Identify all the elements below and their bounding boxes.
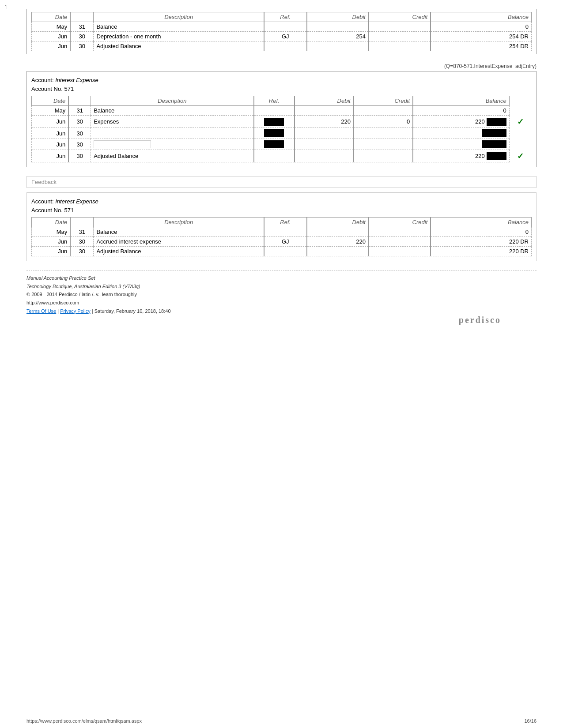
balance-black-box — [487, 118, 506, 126]
section3-table: Date Description Ref. Debit Credit Balan… — [31, 217, 532, 256]
query-reference: (Q=870-571.InterestExpense_adjEntry) — [26, 63, 537, 69]
balance: 0 — [431, 227, 531, 237]
debit — [307, 247, 369, 256]
date-day: 31 — [70, 227, 94, 237]
ref — [254, 128, 295, 139]
date-day: 30 — [70, 41, 94, 51]
check-cell — [509, 106, 531, 116]
col-header-balance: Balance — [431, 218, 531, 227]
date-month: Jun — [32, 41, 71, 51]
col-header-credit: Credit — [369, 218, 431, 227]
date-day: 30 — [70, 237, 94, 247]
col-header-date-day — [68, 96, 91, 106]
date-day: 30 — [70, 247, 94, 256]
col-header-credit: Credit — [354, 96, 413, 106]
ref — [254, 139, 295, 150]
account-name: Interest Expense — [55, 198, 98, 205]
credit — [369, 41, 431, 51]
balance-black-box — [487, 152, 506, 160]
footer-links: Terms Of Use | Privacy Policy | Saturday… — [26, 307, 537, 315]
table-row: Jun 30 Depreciation - one month GJ 254 2… — [32, 32, 532, 41]
col-header-ref: Ref. — [254, 96, 295, 106]
description: Accrued interest expense — [94, 237, 264, 247]
terms-of-use-link[interactable]: Terms Of Use — [26, 308, 56, 314]
col-header-credit: Credit — [369, 12, 431, 22]
debit — [295, 128, 354, 139]
footer-line2: Technology Boutique, Australasian Editio… — [26, 282, 537, 291]
table-row: May 31 Balance 0 — [32, 22, 532, 32]
table-row: Jun 30 Expenses 220 0 220 — [32, 116, 532, 128]
col-header-date-day — [70, 12, 94, 22]
table-row: Jun 30 Accrued interest expense GJ 220 2… — [32, 237, 532, 247]
date-month: Jun — [32, 32, 71, 41]
date-day: 30 — [68, 150, 91, 162]
balance: 0 — [413, 106, 509, 116]
section3-account-header: Account: Interest Expense Account No. 57… — [31, 197, 532, 214]
date-day: 31 — [70, 22, 94, 32]
credit — [369, 227, 431, 237]
section2-account-header: Account: Interest Expense Account No. 57… — [31, 76, 532, 93]
balance: 220 — [413, 150, 509, 162]
table-row: May 31 Balance 0 — [32, 227, 532, 237]
balance: 220 DR — [431, 247, 531, 256]
col-header-ref: Ref. — [264, 12, 307, 22]
section2-table: Date Description Ref. Debit Credit Balan… — [31, 96, 532, 162]
table-row: Jun 30 Adjusted Balance 254 DR — [32, 41, 532, 51]
section2-box: Account: Interest Expense Account No. 57… — [26, 71, 537, 167]
col-header-balance: Balance — [431, 12, 531, 22]
credit — [369, 32, 431, 41]
debit — [295, 139, 354, 150]
checkmark-icon: ✓ — [517, 117, 524, 126]
footer-area: Manual Accounting Practice Set Technolog… — [26, 274, 537, 315]
description — [91, 128, 254, 139]
col-header-desc: Description — [91, 96, 254, 106]
ref: GJ — [264, 32, 307, 41]
balance: 220 — [413, 116, 509, 128]
description-input[interactable] — [94, 140, 151, 148]
description: Depreciation - one month — [94, 32, 264, 41]
date-month: Jun — [32, 116, 69, 128]
balance: 220 DR — [431, 237, 531, 247]
col-header-balance: Balance — [413, 96, 509, 106]
credit: 0 — [354, 116, 413, 128]
col-header-desc: Description — [94, 218, 264, 227]
ref — [264, 247, 307, 256]
credit — [354, 139, 413, 150]
feedback-placeholder: Feedback — [31, 179, 57, 185]
col-header-date: Date — [32, 96, 69, 106]
description-input-cell[interactable] — [91, 139, 254, 150]
ref — [264, 41, 307, 51]
credit — [354, 106, 413, 116]
date-month: Jun — [32, 150, 69, 162]
check-cell — [509, 128, 531, 139]
balance: 0 — [431, 22, 531, 32]
balance: 254 DR — [431, 41, 531, 51]
date-month: Jun — [32, 237, 71, 247]
table-row: Jun 30 — [32, 128, 532, 139]
check-cell: ✓ — [509, 116, 531, 128]
description: Balance — [91, 106, 254, 116]
col-header-debit: Debit — [307, 12, 369, 22]
privacy-policy-link[interactable]: Privacy Policy — [60, 308, 90, 314]
account-label: Account: — [31, 77, 54, 83]
checkmark-icon: ✓ — [517, 152, 524, 161]
description: Adjusted Balance — [94, 41, 264, 51]
debit: 220 — [295, 116, 354, 128]
perdisco-logo: perdisco — [459, 315, 501, 325]
section2-wrapper: (Q=870-571.InterestExpense_adjEntry) Acc… — [26, 63, 537, 167]
page-number-top: 1 — [4, 4, 8, 11]
section1-table: Date Description Ref. Debit Credit Balan… — [31, 12, 532, 51]
credit — [369, 22, 431, 32]
credit — [369, 237, 431, 247]
description: Balance — [94, 227, 264, 237]
date-month: Jun — [32, 247, 71, 256]
col-header-check — [509, 96, 531, 106]
debit — [295, 150, 354, 162]
account-no: Account No. 571 — [31, 207, 74, 214]
col-header-debit: Debit — [307, 218, 369, 227]
ref — [264, 22, 307, 32]
section1-wrapper: Date Description Ref. Debit Credit Balan… — [26, 9, 537, 54]
debit: 220 — [307, 237, 369, 247]
ref-black-box — [264, 118, 284, 126]
balance — [413, 139, 509, 150]
